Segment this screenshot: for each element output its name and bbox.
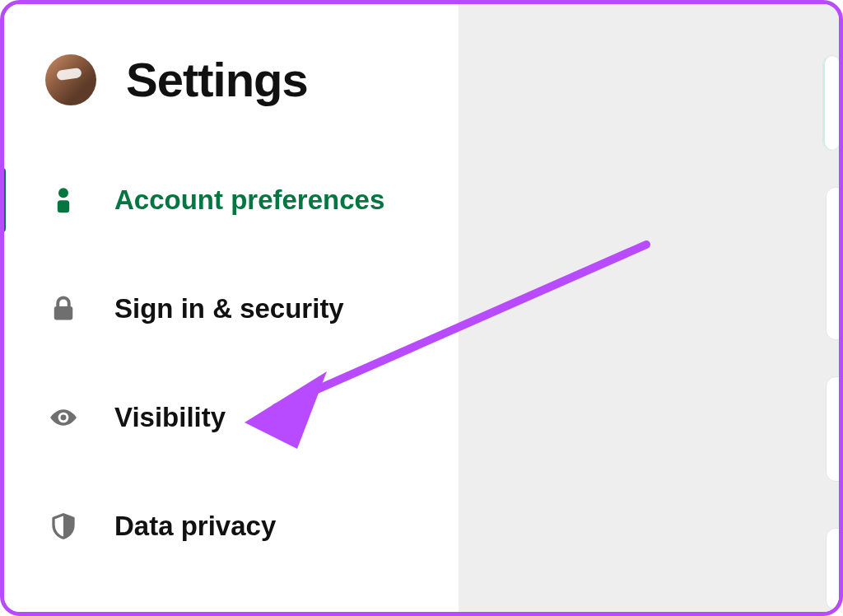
content-pane: [459, 4, 839, 612]
settings-menu: Account preferences Sign in & security: [4, 173, 459, 553]
sidebar-item-account-preferences[interactable]: Account preferences: [4, 173, 459, 227]
content-card-fragment: [826, 187, 841, 340]
avatar[interactable]: [45, 54, 96, 105]
content-card-fragment: [822, 55, 841, 151]
app-frame: Settings Account preferences Sign in & s…: [0, 0, 843, 616]
svg-point-4: [61, 415, 67, 421]
sidebar-item-visibility[interactable]: Visibility: [4, 390, 459, 445]
settings-header: Settings: [4, 4, 459, 107]
sidebar-item-sign-in-security[interactable]: Sign in & security: [4, 282, 459, 336]
person-icon: [49, 184, 78, 217]
svg-rect-1: [58, 200, 69, 212]
page-title: Settings: [126, 52, 308, 107]
shield-icon: [49, 510, 78, 543]
sidebar-item-label: Visibility: [114, 402, 226, 433]
lock-icon: [49, 292, 78, 325]
sidebar-item-data-privacy[interactable]: Data privacy: [4, 499, 459, 553]
sidebar-item-label: Account preferences: [114, 184, 384, 216]
svg-point-0: [58, 188, 68, 198]
sidebar-item-label: Data privacy: [114, 511, 276, 542]
settings-sidebar: Settings Account preferences Sign in & s…: [4, 4, 459, 612]
sidebar-item-label: Sign in & security: [114, 293, 344, 324]
content-card-fragment: [826, 528, 841, 610]
content-card-fragment: [826, 376, 841, 482]
eye-icon: [49, 401, 78, 434]
svg-rect-2: [54, 306, 73, 320]
